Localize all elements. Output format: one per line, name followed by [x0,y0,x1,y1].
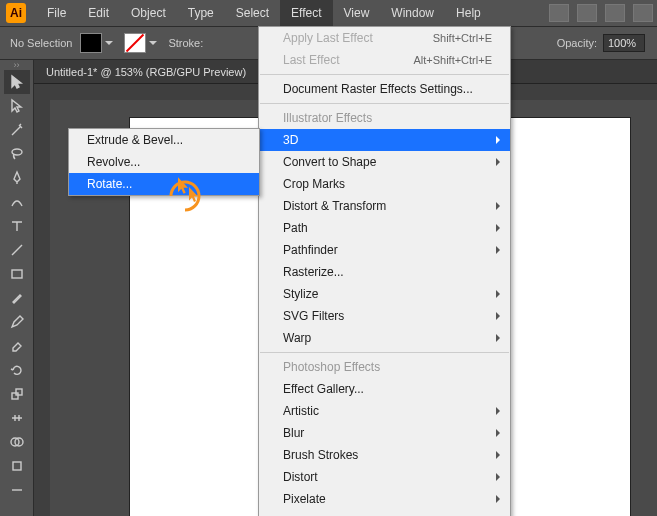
pen-tool[interactable] [4,166,30,190]
curvature-tool[interactable] [4,190,30,214]
menu-sketch[interactable]: Sketch [259,510,510,516]
menu-artistic[interactable]: Artistic [259,400,510,422]
menu-brush-strokes[interactable]: Brush Strokes [259,444,510,466]
brush-tool[interactable] [4,286,30,310]
menu-effect[interactable]: Effect [280,0,332,26]
fill-swatch[interactable] [80,33,102,53]
menu-edit[interactable]: Edit [77,0,120,26]
ruler-vertical [34,84,50,516]
stock-icon[interactable] [577,4,597,22]
photoshop-effects-header: Photoshop Effects [259,356,510,378]
eraser-tool[interactable] [4,334,30,358]
opacity-label: Opacity: [557,37,597,49]
effect-menu: Apply Last EffectShift+Ctrl+E Last Effec… [258,26,511,516]
menu-distort-transform[interactable]: Distort & Transform [259,195,510,217]
panel-grip-icon[interactable]: ›› [2,62,32,70]
svg-rect-2 [12,393,18,399]
menu-crop-marks[interactable]: Crop Marks [259,173,510,195]
selection-label: No Selection [10,37,72,49]
menu-warp[interactable]: Warp [259,327,510,349]
menu-help[interactable]: Help [445,0,492,26]
pencil-tool[interactable] [4,310,30,334]
rectangle-tool[interactable] [4,262,30,286]
direct-selection-tool[interactable] [4,94,30,118]
menu-pixelate[interactable]: Pixelate [259,488,510,510]
svg-rect-3 [16,389,22,395]
menu-extrude-bevel[interactable]: Extrude & Bevel... [69,129,259,151]
submenu-arrow-icon [496,136,504,144]
menu-pathfinder[interactable]: Pathfinder [259,239,510,261]
menu-view[interactable]: View [333,0,381,26]
menu-svg-filters[interactable]: SVG Filters [259,305,510,327]
tool-panel: ›› [0,60,34,516]
rotate-tool[interactable] [4,358,30,382]
svg-rect-6 [13,462,21,470]
menu-last-effect[interactable]: Last EffectAlt+Shift+Ctrl+E [259,49,510,71]
lasso-tool[interactable] [4,142,30,166]
stroke-dropdown-icon[interactable] [148,33,158,53]
menu-revolve[interactable]: Revolve... [69,151,259,173]
menu-rotate[interactable]: Rotate... [69,173,259,195]
menu-3d[interactable]: 3D [259,129,510,151]
menu-type[interactable]: Type [177,0,225,26]
magic-wand-tool[interactable] [4,118,30,142]
svg-rect-1 [12,270,22,278]
menu-select[interactable]: Select [225,0,280,26]
fill-dropdown-icon[interactable] [104,33,114,53]
main-menubar: Ai File Edit Object Type Select Effect V… [0,0,657,26]
menu-raster-settings[interactable]: Document Raster Effects Settings... [259,78,510,100]
menu-window[interactable]: Window [380,0,445,26]
bridge-icon[interactable] [549,4,569,22]
scale-tool[interactable] [4,382,30,406]
opacity-input[interactable] [603,34,645,52]
menu-convert-shape[interactable]: Convert to Shape [259,151,510,173]
shape-builder-tool[interactable] [4,430,30,454]
menu-file[interactable]: File [36,0,77,26]
type-tool[interactable] [4,214,30,238]
menu-stylize[interactable]: Stylize [259,283,510,305]
illustrator-effects-header: Illustrator Effects [259,107,510,129]
app-logo-icon: Ai [6,3,26,23]
menu-path[interactable]: Path [259,217,510,239]
line-tool[interactable] [4,238,30,262]
tool-17[interactable] [4,454,30,478]
submenu-3d: Extrude & Bevel... Revolve... Rotate... [68,128,260,196]
stroke-label: Stroke: [168,37,203,49]
menu-apply-last-effect[interactable]: Apply Last EffectShift+Ctrl+E [259,27,510,49]
menu-distort[interactable]: Distort [259,466,510,488]
stroke-swatch[interactable] [124,33,146,53]
menu-object[interactable]: Object [120,0,177,26]
search-icon[interactable] [633,4,653,22]
tool-18[interactable] [4,478,30,502]
menu-rasterize[interactable]: Rasterize... [259,261,510,283]
menu-effect-gallery[interactable]: Effect Gallery... [259,378,510,400]
workspace-icon[interactable] [605,4,625,22]
selection-tool[interactable] [4,70,30,94]
menu-blur[interactable]: Blur [259,422,510,444]
width-tool[interactable] [4,406,30,430]
